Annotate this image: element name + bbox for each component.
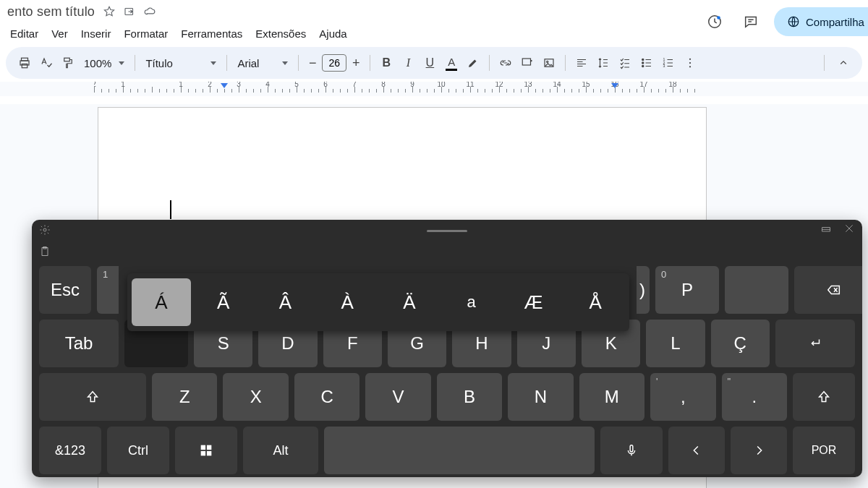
font-size-input[interactable] <box>322 54 346 72</box>
comments-icon[interactable] <box>738 9 764 35</box>
svg-rect-28 <box>630 445 633 452</box>
style-value: Título <box>145 57 173 69</box>
menu-insert[interactable]: Inserir <box>75 25 117 43</box>
italic-button[interactable]: I <box>398 53 418 73</box>
title-bar: ento sem título Compartilha <box>0 0 868 20</box>
font-size-decrease[interactable]: − <box>305 55 320 71</box>
svg-point-20 <box>43 228 46 231</box>
highlight-button[interactable] <box>463 53 483 73</box>
numbered-list-button[interactable]: 123 <box>658 53 678 73</box>
key-n[interactable]: N <box>508 373 573 421</box>
osk-close-icon[interactable] <box>843 223 855 237</box>
checklist-button[interactable] <box>615 53 635 73</box>
key-left[interactable] <box>668 427 725 474</box>
accent-key-4[interactable]: Ä <box>380 278 439 326</box>
text-color-button[interactable]: A <box>441 53 461 73</box>
svg-point-12 <box>642 62 644 64</box>
style-select[interactable]: Título <box>141 57 221 69</box>
key-cedilla[interactable]: Ç <box>711 320 770 367</box>
key-backspace[interactable] <box>794 266 862 314</box>
key-m[interactable]: M <box>579 373 644 421</box>
key-windows[interactable] <box>175 427 237 474</box>
zoom-select[interactable]: 100% <box>80 57 129 69</box>
bulleted-list-button[interactable] <box>637 53 657 73</box>
accent-key-1[interactable]: Ã <box>194 278 253 326</box>
svg-rect-26 <box>201 451 205 455</box>
key-shift-right[interactable] <box>793 373 855 421</box>
font-select[interactable]: Arial <box>233 57 292 69</box>
print-icon[interactable] <box>14 53 35 73</box>
key-v[interactable]: V <box>365 373 430 421</box>
key-comma[interactable]: ', <box>650 373 715 421</box>
key-mic[interactable] <box>600 427 663 474</box>
zoom-value: 100% <box>84 57 111 69</box>
osk-settings-icon[interactable] <box>39 224 51 236</box>
key-b[interactable]: B <box>437 373 502 421</box>
svg-point-2 <box>717 16 720 20</box>
osk-drag-handle[interactable] <box>427 230 467 232</box>
key-space[interactable] <box>324 427 595 474</box>
insert-image-icon[interactable] <box>539 53 559 73</box>
menu-extensions[interactable]: Extensões <box>250 25 312 43</box>
svg-text:3: 3 <box>663 64 665 68</box>
insert-comment-icon[interactable] <box>517 53 537 73</box>
accent-key-3[interactable]: À <box>318 278 377 326</box>
key-shift-left[interactable] <box>39 373 146 421</box>
onscreen-keyboard[interactable]: Esc 1 ) 0P Tab S D F G H J K L Ç Z X C V… <box>32 220 862 477</box>
accent-key-0[interactable]: Á <box>132 278 191 326</box>
cloud-icon[interactable] <box>142 4 157 19</box>
menu-tools[interactable]: Ferramentas <box>175 25 248 43</box>
share-button[interactable]: Compartilha <box>774 7 868 36</box>
insert-link-icon[interactable] <box>495 53 516 73</box>
key-alt[interactable]: Alt <box>243 427 318 474</box>
align-button[interactable] <box>571 53 592 73</box>
paint-format-icon[interactable] <box>58 53 78 73</box>
history-icon[interactable] <box>702 9 728 35</box>
spellcheck-icon[interactable] <box>36 53 56 73</box>
osk-dock-icon[interactable] <box>820 223 832 237</box>
svg-rect-24 <box>201 445 205 450</box>
ruler[interactable]: 21123456789101112131415161718 <box>0 82 868 96</box>
osk-clipboard-icon[interactable] <box>39 246 51 260</box>
menu-help[interactable]: Ajuda <box>313 25 352 43</box>
menu-edit[interactable]: Editar <box>4 25 44 43</box>
key-blank-1[interactable] <box>725 266 788 314</box>
svg-point-17 <box>689 59 691 60</box>
key-language[interactable]: POR <box>793 427 855 474</box>
bold-button[interactable]: B <box>376 53 396 73</box>
doc-title[interactable]: ento sem título <box>0 4 99 20</box>
star-icon[interactable] <box>102 4 116 19</box>
key-z[interactable]: Z <box>152 373 217 421</box>
more-icon[interactable] <box>680 53 700 73</box>
key-c[interactable]: C <box>294 373 359 421</box>
svg-point-13 <box>642 65 644 67</box>
line-spacing-button[interactable] <box>593 53 613 73</box>
accent-key-5[interactable]: a <box>442 278 501 326</box>
key-symbols[interactable]: &123 <box>39 427 101 474</box>
accent-key-6[interactable]: Æ <box>504 278 563 326</box>
accent-key-2[interactable]: Â <box>256 278 315 326</box>
svg-rect-25 <box>207 445 211 450</box>
key-l[interactable]: L <box>646 320 705 367</box>
key-esc[interactable]: Esc <box>39 266 91 314</box>
key-right[interactable] <box>731 427 787 474</box>
key-p[interactable]: 0P <box>655 266 719 314</box>
key-x[interactable]: X <box>223 373 288 421</box>
key-tab[interactable]: Tab <box>39 320 119 367</box>
osk-row-4: &123 Ctrl Alt POR <box>32 427 862 474</box>
menu-view[interactable]: Ver <box>46 25 74 43</box>
move-icon[interactable] <box>122 4 137 19</box>
key-o-partial[interactable]: ) <box>637 266 650 314</box>
underline-button[interactable]: U <box>420 53 440 73</box>
collapse-toolbar-icon[interactable] <box>833 53 854 73</box>
svg-rect-7 <box>64 58 70 61</box>
accent-key-7[interactable]: Å <box>566 278 625 326</box>
key-period[interactable]: ". <box>722 373 787 421</box>
key-enter[interactable] <box>775 320 855 367</box>
osk-row-3: Z X C V B N M ', ". <box>32 373 862 421</box>
font-value: Arial <box>237 57 259 69</box>
font-size-increase[interactable]: + <box>348 55 364 71</box>
key-ctrl[interactable]: Ctrl <box>107 427 169 474</box>
menu-format[interactable]: Formatar <box>118 25 174 43</box>
key-q-partial[interactable]: 1 <box>97 266 119 314</box>
